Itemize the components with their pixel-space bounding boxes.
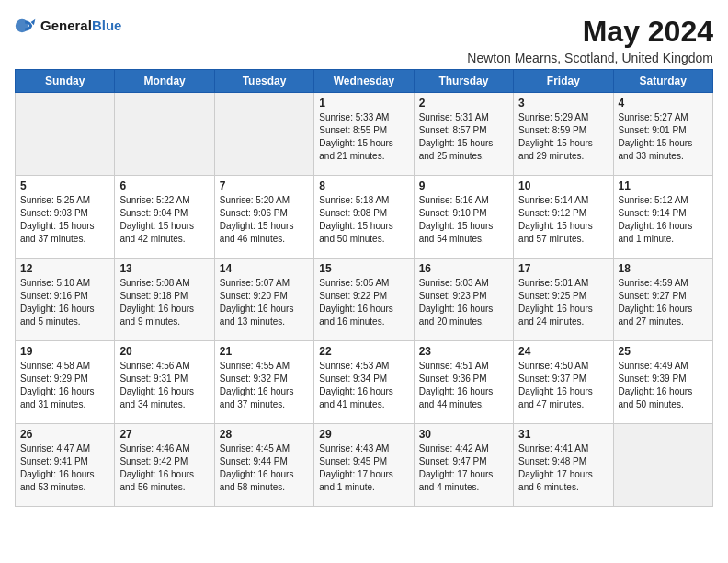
day-info-line: and 21 minutes.	[319, 150, 408, 163]
day-number: 17	[518, 262, 608, 275]
day-info-line: and 37 minutes.	[220, 398, 309, 411]
day-number: 5	[20, 179, 109, 192]
day-info-line: and 54 minutes.	[419, 233, 508, 246]
day-info-line: Daylight: 16 hours	[419, 303, 508, 316]
day-info-line: Sunset: 9:20 PM	[220, 290, 309, 303]
day-info-line: Daylight: 16 hours	[20, 303, 109, 316]
calendar-cell: 27Sunrise: 4:46 AMSunset: 9:42 PMDayligh…	[115, 424, 214, 507]
calendar-cell: 2Sunrise: 5:31 AMSunset: 8:57 PMDaylight…	[414, 93, 513, 176]
page-header: GeneralBlue May 2024 Newton Mearns, Scot…	[15, 15, 713, 65]
day-info-line: Daylight: 16 hours	[20, 385, 109, 398]
day-info-line: and 16 minutes.	[319, 316, 408, 328]
calendar-cell: 19Sunrise: 4:58 AMSunset: 9:29 PMDayligh…	[16, 341, 115, 424]
day-info-line: and 4 minutes.	[419, 481, 508, 494]
calendar-cell: 4Sunrise: 5:27 AMSunset: 9:01 PMDaylight…	[613, 93, 712, 176]
day-number: 9	[419, 179, 508, 192]
day-info-line: Daylight: 16 hours	[518, 303, 608, 316]
day-info-line: and 25 minutes.	[419, 150, 508, 163]
day-info-line: Sunset: 9:18 PM	[119, 290, 209, 303]
day-info-line: Sunrise: 5:14 AM	[518, 194, 608, 207]
day-number: 11	[619, 179, 708, 192]
day-info-line: Sunrise: 4:43 AM	[319, 442, 408, 455]
calendar-cell: 21Sunrise: 4:55 AMSunset: 9:32 PMDayligh…	[214, 341, 313, 424]
day-info-line: Daylight: 17 hours	[518, 468, 608, 481]
day-info-line: Sunrise: 4:41 AM	[518, 442, 608, 455]
day-info-line: Daylight: 15 hours	[20, 220, 109, 233]
day-info-line: Daylight: 15 hours	[119, 220, 209, 233]
calendar-cell: 17Sunrise: 5:01 AMSunset: 9:25 PMDayligh…	[514, 259, 613, 341]
calendar-cell: 5Sunrise: 5:25 AMSunset: 9:03 PMDaylight…	[16, 176, 115, 259]
day-number: 15	[319, 262, 408, 275]
day-number: 26	[20, 428, 109, 441]
day-info-line: Sunrise: 5:22 AM	[119, 194, 209, 207]
day-info-line: Sunrise: 4:56 AM	[119, 360, 209, 373]
day-info-line: Sunset: 8:55 PM	[319, 124, 408, 137]
day-number: 3	[518, 97, 608, 109]
day-info-line: Sunset: 9:23 PM	[419, 290, 508, 303]
title-area: May 2024 Newton Mearns, Scotland, United…	[467, 15, 713, 65]
month-year-title: May 2024	[467, 15, 713, 49]
calendar-cell: 29Sunrise: 4:43 AMSunset: 9:45 PMDayligh…	[314, 424, 414, 507]
day-info-line: Sunset: 9:12 PM	[518, 207, 608, 220]
day-info-line: Sunrise: 5:18 AM	[319, 194, 408, 207]
calendar-cell: 23Sunrise: 4:51 AMSunset: 9:36 PMDayligh…	[414, 341, 513, 424]
day-info-line: and 44 minutes.	[419, 398, 508, 411]
day-info-line: Sunrise: 5:03 AM	[419, 277, 508, 290]
logo-text-general: General	[40, 17, 92, 33]
day-info-line: and 9 minutes.	[119, 316, 209, 328]
day-info-line: Sunrise: 5:07 AM	[220, 277, 309, 290]
day-info-line: Sunrise: 5:16 AM	[419, 194, 508, 207]
day-info-line: Daylight: 16 hours	[419, 385, 508, 398]
calendar-cell: 7Sunrise: 5:20 AMSunset: 9:06 PMDaylight…	[214, 176, 313, 259]
day-info-line: Sunset: 9:31 PM	[119, 373, 209, 385]
day-info-line: Sunrise: 5:10 AM	[20, 277, 109, 290]
day-info-line: Sunset: 9:01 PM	[619, 124, 708, 137]
day-info-line: Daylight: 16 hours	[119, 468, 209, 481]
day-header-monday: Monday	[115, 70, 214, 93]
day-number: 25	[619, 345, 708, 358]
calendar-cell: 6Sunrise: 5:22 AMSunset: 9:04 PMDaylight…	[115, 176, 214, 259]
day-number: 8	[319, 179, 408, 192]
day-info-line: Daylight: 16 hours	[220, 303, 309, 316]
day-info-line: Sunset: 9:25 PM	[518, 290, 608, 303]
calendar-cell: 11Sunrise: 5:12 AMSunset: 9:14 PMDayligh…	[613, 176, 712, 259]
day-info-line: and 47 minutes.	[518, 398, 608, 411]
day-info-line: Daylight: 16 hours	[119, 385, 209, 398]
day-info-line: Daylight: 15 hours	[518, 220, 608, 233]
calendar-cell: 30Sunrise: 4:42 AMSunset: 9:47 PMDayligh…	[414, 424, 513, 507]
day-number: 1	[319, 97, 408, 109]
day-number: 16	[419, 262, 508, 275]
day-info-line: Sunrise: 4:47 AM	[20, 442, 109, 455]
day-info-line: Sunset: 9:14 PM	[619, 207, 708, 220]
day-info-line: Sunset: 9:04 PM	[119, 207, 209, 220]
day-info-line: and 41 minutes.	[319, 398, 408, 411]
calendar-cell	[214, 93, 313, 176]
day-info-line: Daylight: 15 hours	[319, 137, 408, 150]
day-info-line: Sunset: 9:03 PM	[20, 207, 109, 220]
day-info-line: and 50 minutes.	[319, 233, 408, 246]
day-number: 24	[518, 345, 608, 358]
calendar-table: SundayMondayTuesdayWednesdayThursdayFrid…	[15, 69, 713, 507]
day-info-line: and 5 minutes.	[20, 316, 109, 328]
day-number: 28	[220, 428, 309, 441]
day-info-line: and 50 minutes.	[619, 398, 708, 411]
day-info-line: and 53 minutes.	[20, 481, 109, 494]
day-number: 20	[119, 345, 209, 358]
days-of-week-row: SundayMondayTuesdayWednesdayThursdayFrid…	[16, 70, 713, 93]
day-number: 27	[119, 428, 209, 441]
day-info-line: Daylight: 16 hours	[619, 220, 708, 233]
day-info-line: Sunset: 9:34 PM	[319, 373, 408, 385]
day-info-line: Sunset: 9:48 PM	[518, 455, 608, 468]
calendar-cell: 12Sunrise: 5:10 AMSunset: 9:16 PMDayligh…	[16, 259, 115, 341]
day-info-line: Sunrise: 4:53 AM	[319, 360, 408, 373]
day-info-line: Sunrise: 5:12 AM	[619, 194, 708, 207]
calendar-cell	[613, 424, 712, 507]
day-info-line: and 57 minutes.	[518, 233, 608, 246]
day-info-line: Sunset: 9:37 PM	[518, 373, 608, 385]
calendar-week-row: 26Sunrise: 4:47 AMSunset: 9:41 PMDayligh…	[16, 424, 713, 507]
day-number: 21	[220, 345, 309, 358]
calendar-cell: 14Sunrise: 5:07 AMSunset: 9:20 PMDayligh…	[214, 259, 313, 341]
calendar-week-row: 5Sunrise: 5:25 AMSunset: 9:03 PMDaylight…	[16, 176, 713, 259]
calendar-cell: 8Sunrise: 5:18 AMSunset: 9:08 PMDaylight…	[314, 176, 414, 259]
day-info-line: Daylight: 16 hours	[319, 303, 408, 316]
